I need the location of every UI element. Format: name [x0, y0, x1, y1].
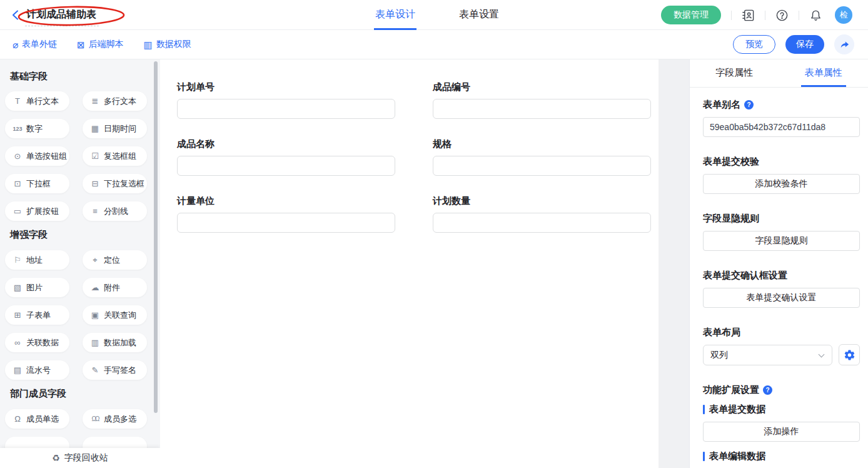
- submit-data-add-action-button[interactable]: 添加操作: [703, 422, 860, 442]
- data-manage-button[interactable]: 数据管理: [661, 6, 721, 24]
- palette-item-datetime[interactable]: ▦日期时间: [83, 119, 147, 138]
- extension-help-icon[interactable]: ?: [763, 385, 772, 395]
- palette-item-image[interactable]: ▧图片: [5, 278, 69, 297]
- palette-label: 成员多选: [104, 414, 136, 425]
- canvas-field-spec[interactable]: 规格: [433, 138, 651, 176]
- workspace: 基础字段 T单行文本 ≣多行文本 123数字 ▦日期时间 ⊙单选按钮组 ☑复选框…: [0, 59, 868, 468]
- radio-icon: ⊙: [13, 151, 23, 161]
- submit-data-header: 表单提交数据: [703, 404, 860, 415]
- palette-item-linked-data[interactable]: ∞关联数据: [5, 333, 69, 352]
- palette-item-address[interactable]: ⚐地址: [5, 250, 69, 270]
- palette-item-serial-number[interactable]: ▤流水号: [5, 360, 69, 380]
- palette-item-subform[interactable]: ⊞子表单: [5, 305, 69, 325]
- layout-settings-button[interactable]: [839, 344, 860, 365]
- linked-query-icon: ▣: [90, 310, 100, 320]
- data-permission-label: 数据权限: [156, 39, 191, 50]
- field-input-product-code[interactable]: [433, 99, 651, 119]
- palette-item-single-line-text[interactable]: T单行文本: [5, 91, 69, 111]
- member-multi-icon: ΩΩ: [90, 415, 100, 422]
- form-toolbar: ⌀ 表单外链 ⊠ 后端脚本 ▥ 数据权限 预览 保存: [0, 30, 868, 59]
- form-alias-input[interactable]: [703, 117, 860, 137]
- field-palette-sidebar: 基础字段 T单行文本 ≣多行文本 123数字 ▦日期时间 ⊙单选按钮组 ☑复选框…: [0, 59, 160, 468]
- share-arrow-icon: [839, 39, 850, 50]
- data-permission-link[interactable]: ▥ 数据权限: [144, 39, 191, 50]
- palette-label: 子表单: [26, 310, 51, 321]
- layout-select[interactable]: 双列: [703, 345, 832, 365]
- field-input-product-name[interactable]: [177, 156, 395, 176]
- dropdown-check-icon: ⊟: [90, 179, 100, 188]
- bell-icon[interactable]: [809, 9, 822, 22]
- page-title[interactable]: 计划成品辅助表: [25, 8, 99, 26]
- toolbar-actions: 预览 保存: [733, 30, 854, 59]
- submit-confirm-button[interactable]: 表单提交确认设置: [703, 288, 860, 308]
- palette-item-member-multi[interactable]: ΩΩ成员多选: [83, 409, 147, 429]
- palette-item-number[interactable]: 123数字: [5, 119, 69, 138]
- add-validation-button[interactable]: 添加校验条件: [703, 174, 860, 194]
- avatar[interactable]: 检: [835, 6, 852, 24]
- palette-item-multi-line-text[interactable]: ≣多行文本: [83, 91, 147, 111]
- tab-form-properties[interactable]: 表单属性: [779, 59, 868, 87]
- tab-form-settings[interactable]: 表单设置: [458, 0, 500, 30]
- header-actions: 数据管理 检: [661, 0, 852, 30]
- palette-item-member-single[interactable]: Ω成员单选: [5, 409, 69, 429]
- panel-tabs: 字段属性 表单属性: [690, 59, 868, 88]
- canvas-field-plan-no[interactable]: 计划单号: [177, 81, 395, 119]
- field-input-spec[interactable]: [433, 156, 651, 176]
- back-icon[interactable]: [10, 9, 21, 21]
- palette-item-signature[interactable]: ✎手写签名: [83, 360, 147, 380]
- tab-form-properties-label: 表单属性: [801, 59, 846, 87]
- palette-label: 地址: [26, 255, 43, 266]
- palette-label: 数据加载: [104, 337, 136, 348]
- field-label: 计划单号: [177, 81, 395, 93]
- canvas-field-product-code[interactable]: 成品编号: [433, 81, 651, 119]
- save-button[interactable]: 保存: [785, 35, 824, 54]
- share-button[interactable]: [834, 34, 854, 54]
- tab-form-settings-label: 表单设置: [459, 9, 499, 19]
- form-designer-app: 计划成品辅助表 表单设计 表单设置 数据管理 检 ⌀: [0, 0, 868, 468]
- palette-item-checkbox-group[interactable]: ☑复选框组: [83, 146, 147, 166]
- canvas-field-plan-qty[interactable]: 计划数量: [433, 195, 651, 233]
- dropdown-icon: ⊡: [13, 179, 23, 188]
- canvas-field-product-name[interactable]: 成品名称: [177, 138, 395, 176]
- palette-label: 下拉复选框: [104, 178, 144, 190]
- alias-help-icon[interactable]: ?: [744, 100, 754, 109]
- palette-item-divider-line[interactable]: ≡分割线: [83, 201, 147, 221]
- palette-item-select[interactable]: ⊡下拉框: [5, 174, 69, 193]
- single-line-text-icon: T: [13, 96, 23, 106]
- link-icon: ⌀: [13, 40, 18, 49]
- field-visibility-button[interactable]: 字段显隐规则: [703, 231, 860, 251]
- divider: [731, 11, 732, 20]
- field-input-plan-qty[interactable]: [433, 213, 651, 233]
- form-alias-label: 表单别名: [703, 99, 740, 111]
- field-recycle-bin[interactable]: ♻ 字段回收站: [0, 448, 160, 468]
- palette-item-extend-button[interactable]: ▭扩展按钮: [5, 201, 69, 221]
- tab-field-properties-label: 字段属性: [712, 59, 757, 87]
- form-canvas: 计划单号 成品编号 成品名称 规格 计量单位: [160, 59, 659, 468]
- tab-field-properties[interactable]: 字段属性: [690, 59, 779, 87]
- tab-form-design[interactable]: 表单设计: [374, 0, 416, 30]
- form-external-link[interactable]: ⌀ 表单外链: [13, 39, 57, 50]
- canvas-field-grid: 计划单号 成品编号 成品名称 规格 计量单位: [177, 81, 659, 252]
- palette-label: 日期时间: [104, 123, 136, 135]
- preview-button[interactable]: 预览: [733, 35, 775, 54]
- recycle-icon: ♻: [52, 453, 60, 463]
- palette-item-multi-select[interactable]: ⊟下拉复选框: [83, 174, 147, 193]
- palette-item-attachment[interactable]: ☁附件: [83, 278, 147, 297]
- contacts-icon[interactable]: [742, 9, 755, 22]
- sidebar-scrollbar[interactable]: [154, 61, 158, 413]
- field-input-plan-no[interactable]: [177, 99, 395, 119]
- help-icon[interactable]: [775, 9, 789, 22]
- serial-card-icon: ▤: [13, 365, 23, 375]
- palette-label: 成员单选: [26, 414, 59, 425]
- palette-item-linked-query[interactable]: ▣关联查询: [83, 305, 147, 325]
- backend-script-link[interactable]: ⊠ 后端脚本: [77, 39, 124, 50]
- palette-label: 下拉框: [26, 178, 51, 190]
- palette-item-radio-group[interactable]: ⊙单选按钮组: [5, 146, 69, 166]
- palette-item-location[interactable]: ⌖定位: [83, 250, 147, 270]
- pen-icon: ✎: [90, 365, 100, 375]
- panel-content: 表单别名 ? 表单提交校验 添加校验条件 字段显隐规则 字段显隐规则 表单提交确…: [690, 88, 868, 468]
- field-input-unit[interactable]: [177, 213, 395, 233]
- palette-item-data-load[interactable]: ▥数据加载: [83, 333, 147, 352]
- button-icon: ▭: [13, 206, 23, 216]
- canvas-field-unit[interactable]: 计量单位: [177, 195, 395, 233]
